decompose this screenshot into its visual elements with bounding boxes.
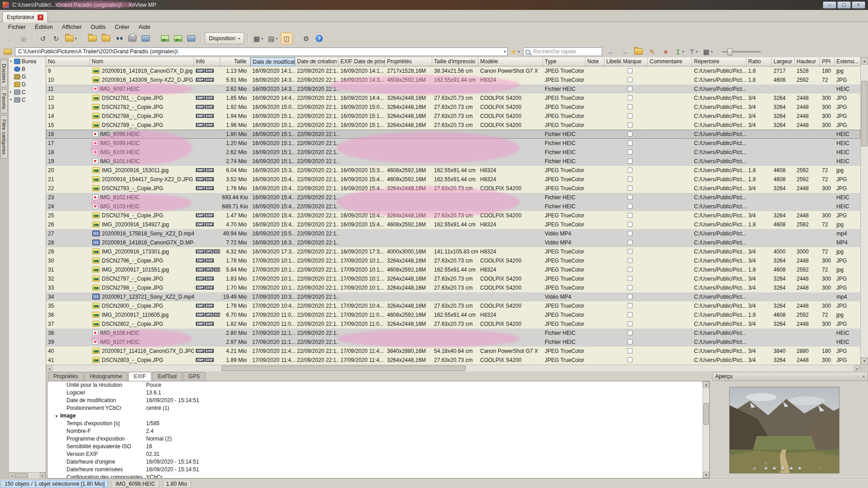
tab-explorateur[interactable]: Explorateur × <box>2 11 48 23</box>
thumbnail-grid-button[interactable]: ▦▾ <box>252 33 265 44</box>
scroll-up-icon[interactable]: ▲ <box>703 381 709 388</box>
disposition-button[interactable]: Disposition▾ <box>205 33 244 44</box>
mark-checkbox[interactable] <box>627 249 632 254</box>
address-field[interactable]: C:\Users\Public\Pictures\A Traiter\2020\… <box>15 47 508 56</box>
scroll-down-icon[interactable]: ▼ <box>703 472 709 478</box>
screen-capture-button[interactable] <box>140 33 151 44</box>
tree-item[interactable]: G <box>9 73 46 80</box>
table-row[interactable]: 33DSCN2798_-_Copie.JPGXMPEXIF1.70 Mio17/… <box>46 283 860 292</box>
help-button[interactable]: ? <box>313 33 325 44</box>
mark-checkbox[interactable] <box>627 159 632 164</box>
mark-checkbox[interactable] <box>627 258 632 263</box>
view-image-button[interactable] <box>159 33 171 44</box>
table-row[interactable]: 26IMG_20200916_154927.jpgXMPEXIF4.70 Mio… <box>46 220 860 229</box>
info-tab-gps[interactable]: GPS <box>183 372 205 381</box>
table-row[interactable]: 35DSCN2800_-_Copie.JPGXMPEXIF1.79 Mio17/… <box>46 301 860 310</box>
column-header-rep[interactable]: Répertoire <box>692 57 746 66</box>
mark-checkbox[interactable] <box>627 204 632 209</box>
rating-stars[interactable]: ★★★★★ <box>730 465 839 472</box>
column-header-haut[interactable]: Hauteur <box>795 57 820 66</box>
mark-checkbox[interactable] <box>627 68 632 73</box>
table-row[interactable]: 25DSCN2794_-_Copie.JPGXMPEXIF1.47 Mio16/… <box>46 211 860 220</box>
table-row[interactable]: 2820200916_141818_CanonG7X_D.MP47.72 Mio… <box>46 238 860 247</box>
pin-icon[interactable]: ▫ <box>858 374 859 379</box>
mark-checkbox[interactable] <box>627 186 632 191</box>
h-scroll-thumb[interactable] <box>222 366 466 371</box>
create-folder-button[interactable] <box>632 46 645 57</box>
exif-scroll-thumb[interactable] <box>703 403 709 425</box>
info-tab-exiftool[interactable]: ExifTool <box>152 372 182 381</box>
table-row[interactable]: 13DSCN2782_-_Copie.JPGXMPEXIF1.92 Mio16/… <box>46 103 860 112</box>
filter-funnel-button[interactable]: ▾ <box>688 46 699 57</box>
mark-checkbox[interactable] <box>627 276 632 281</box>
close-icon[interactable]: × <box>862 374 865 379</box>
column-header-note[interactable]: Note <box>585 57 604 66</box>
mark-checkbox[interactable] <box>627 339 632 344</box>
menu-fichier[interactable]: Fichier <box>4 23 30 31</box>
table-row[interactable]: 22DSCN2793_-_Copie.JPGXMPEXIF1.76 Mio16/… <box>46 184 860 193</box>
mark-checkbox[interactable] <box>627 357 632 362</box>
nav-back-button[interactable]: ← <box>605 46 617 57</box>
scroll-down-icon[interactable]: ▼ <box>861 357 868 365</box>
column-header-larg[interactable]: Largeur <box>772 57 795 66</box>
table-row[interactable]: 17IMG_6099.HEIC1.20 Mio16/09/2020 15:1..… <box>46 139 860 148</box>
mark-checkbox[interactable] <box>627 168 632 173</box>
table-row[interactable]: 12DSCN2781_-_Copie.JPGXMPEXIF1.85 Mio16/… <box>46 94 860 103</box>
mark-checkbox[interactable] <box>627 231 632 236</box>
table-row[interactable]: 32DSCN2797_-_Copie.JPGXMPEXIF1.83 Mio17/… <box>46 274 860 283</box>
view-options-button[interactable]: ▦▾ <box>701 46 714 57</box>
mark-checkbox[interactable] <box>627 86 632 91</box>
exif-scrollbar[interactable]: ▲ ▼ <box>703 381 709 478</box>
mark-checkbox[interactable] <box>627 77 632 82</box>
tree-item[interactable]: ▾Burea <box>9 57 46 65</box>
table-row[interactable]: 16IMG_6098.HEIC1.80 Mio16/09/2020 15:1..… <box>46 130 860 139</box>
column-header-mark[interactable]: Marque <box>621 57 648 66</box>
tree-item[interactable]: ▾C <box>9 96 46 103</box>
column-header-ppi[interactable]: PPI <box>820 57 835 66</box>
tab-close-icon[interactable]: × <box>38 14 43 20</box>
horizontal-scrollbar[interactable]: ◂ ▸ <box>46 365 860 371</box>
table-row[interactable]: 29IMG_20200916_173301.jpgXMPGPSICCEXIF4.… <box>46 247 860 256</box>
table-row[interactable]: 3420200917_123721_Sony_XZ2_D.mp419.49 Mi… <box>46 292 860 301</box>
tree-horizontal-scrollbar[interactable]: ◂ ▸ <box>9 472 46 479</box>
mark-checkbox[interactable] <box>627 267 632 272</box>
crop-button[interactable]: ▣ <box>18 33 29 44</box>
mark-checkbox[interactable] <box>627 294 632 299</box>
search-input[interactable] <box>533 48 602 55</box>
mark-checkbox[interactable] <box>627 177 632 182</box>
mark-checkbox[interactable] <box>627 141 632 145</box>
table-row[interactable]: 20IMG_20200916_153011.jpgXMPEXIF6.04 Mio… <box>46 166 860 175</box>
table-row[interactable]: 30DSCN2796_-_Copie.JPGXMPEXIF1.78 Mio17/… <box>46 256 860 265</box>
table-row[interactable]: 36IMG_20200917_110605.jpgXMPGPSICCEXIF6.… <box>46 310 860 319</box>
mark-checkbox[interactable] <box>627 240 632 245</box>
favorites-dropdown[interactable]: ★ ▾ <box>511 48 520 55</box>
column-header-type[interactable]: Type <box>543 57 585 66</box>
menu-aide[interactable]: Aide <box>134 23 155 31</box>
rotate-left-button[interactable]: ↺ <box>37 33 49 44</box>
column-header-no[interactable]: No. <box>46 57 90 66</box>
tree-scroll-thumb[interactable] <box>15 473 28 478</box>
fullscreen-button[interactable] <box>185 33 197 44</box>
vertical-scrollbar[interactable]: ▲ ▼ <box>860 57 868 365</box>
column-header-de[interactable]: EXIF Date de prise <box>339 57 385 66</box>
maximize-button[interactable]: ▢ <box>837 1 851 9</box>
scroll-right-icon[interactable]: ▸ <box>854 366 860 371</box>
delete-button[interactable]: × <box>660 46 672 57</box>
mark-checkbox[interactable] <box>627 348 632 353</box>
sidebar-tab-dossiers[interactable]: Dossiers <box>0 60 8 87</box>
column-header-comm[interactable]: Commentaire <box>648 57 692 66</box>
print-button[interactable] <box>127 33 138 44</box>
scroll-up-icon[interactable]: ▲ <box>861 57 868 65</box>
mark-checkbox[interactable] <box>627 150 632 155</box>
table-row[interactable]: 19IMG_6101.HEIC2.74 Mio16/09/2020 15:1..… <box>46 157 860 166</box>
tree-item[interactable]: B <box>9 65 46 73</box>
column-header-model[interactable]: Modèle <box>478 57 543 66</box>
mark-checkbox[interactable] <box>627 330 632 335</box>
sidebar-tab-favoris[interactable]: Favoris <box>0 89 8 113</box>
column-header-name[interactable]: Nom <box>90 57 194 66</box>
table-row[interactable]: 39IMG_6107.HEIC2.97 Mio17/09/2020 11:1..… <box>46 338 860 347</box>
tree-item[interactable]: D <box>9 80 46 88</box>
mark-checkbox[interactable] <box>627 195 632 200</box>
table-row[interactable]: 18IMG_6100.HEIC2.62 Mio16/09/2020 15:1..… <box>46 148 860 157</box>
sidebar-tab-filtre-catégories[interactable]: Filtre catégories <box>0 115 8 159</box>
